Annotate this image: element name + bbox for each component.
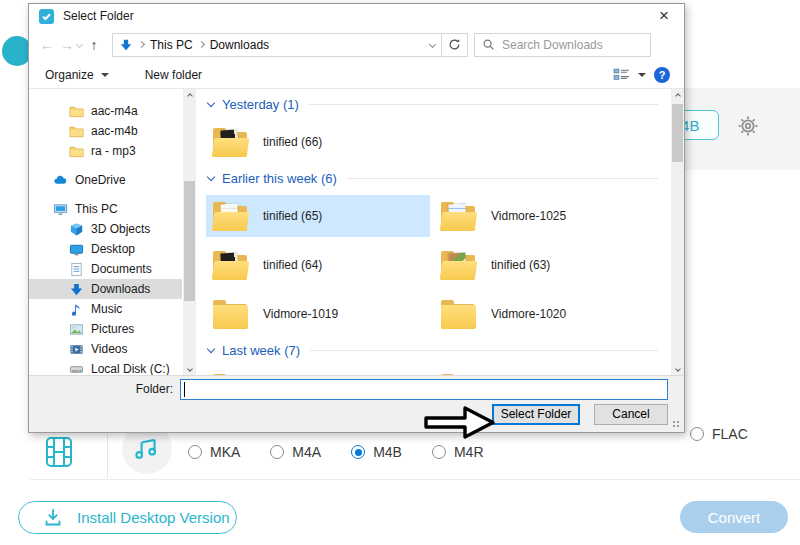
history-chevron-icon[interactable] [76,41,83,48]
folder-icon [212,298,250,331]
folder-name-input[interactable] [180,379,668,400]
group-divider [309,104,658,105]
radio-label: MKA [210,444,240,460]
install-desktop-version-button[interactable]: Install Desktop Version [18,501,237,534]
search-box [474,33,651,57]
help-icon[interactable]: ? [654,67,670,83]
sidebar-item-label: Pictures [91,322,134,336]
radio-m4b[interactable]: M4B [351,444,402,460]
view-dropdown-icon[interactable] [638,73,646,77]
folder-icon [69,124,84,139]
radio-flac[interactable]: FLAC [690,426,748,442]
address-dropdown-icon[interactable] [429,41,436,48]
file-item-label: tinified (64) [263,258,322,272]
file-item-tinified-65[interactable]: tinified (65) [206,195,430,237]
breadcrumb-downloads[interactable]: Downloads [210,38,269,52]
cloud-icon [53,173,68,188]
group-title: Earlier this week (6) [222,171,337,186]
file-item-tinified-64[interactable]: tinified (64) [206,244,430,286]
file-item-label: tinified (66) [263,135,322,149]
dialog-navbar: ← → ↑ This PC Downloads [29,28,684,61]
resize-grip[interactable] [673,421,681,429]
sidebar-item-label: Local Disk (C:) [91,362,170,375]
sidebar-item-documents[interactable]: Documents [29,259,182,279]
radio-m4a[interactable]: M4A [270,444,321,460]
search-input[interactable] [502,38,643,52]
video-icon [69,342,84,357]
scrollbar-thumb[interactable] [184,181,195,301]
file-group: Earlier this week (6)tinified (65)Vidmor… [206,171,658,335]
up-icon[interactable]: ↑ [84,37,104,53]
sidebar-item-aac-m4b[interactable]: aac-m4b [29,121,182,141]
file-list-groups: Yesterday (1)tinified (66)Earlier this w… [206,97,658,375]
sidebar-item-music[interactable]: Music [29,299,182,319]
folder-icon [212,200,250,233]
sidebar-item-label: OneDrive [75,173,126,187]
sidebar-item-onedrive[interactable]: OneDrive [29,170,182,190]
cancel-button[interactable]: Cancel [594,404,668,425]
scrollbar-thumb[interactable] [672,104,683,162]
group-header[interactable]: Yesterday (1) [208,97,658,112]
sidebar-scrollbar[interactable] [183,89,196,375]
sidebar-item-downloads[interactable]: Downloads [29,279,182,299]
sidebar-item-label: aac-m4a [91,104,138,118]
radio-circle-icon [270,445,284,459]
sidebar-item-local-disk-c[interactable]: Local Disk (C:) [29,359,182,375]
gear-icon[interactable] [735,113,761,143]
sidebar-item-label: Videos [91,342,127,356]
chevron-right-icon [138,41,145,48]
radio-m4r[interactable]: M4R [432,444,484,460]
file-item-vidmore-1020[interactable]: Vidmore-1020 [434,293,658,335]
scroll-down-icon[interactable] [671,362,684,375]
scroll-up-icon[interactable] [183,89,196,102]
file-item-tinified-66[interactable]: tinified (66) [206,121,430,163]
convert-button[interactable]: Convert [680,501,788,533]
navigation-pane: aac-m4aaac-m4bra - mp3OneDriveThis PC3D … [29,89,196,375]
file-list-scrollbar[interactable] [671,89,684,375]
divider [30,479,800,480]
select-folder-button[interactable]: Select Folder [492,404,580,425]
view-mode-icon[interactable] [613,67,630,82]
music-notes-icon [133,436,161,462]
group-header[interactable]: Earlier this week (6) [208,171,658,186]
sidebar-item-label: Downloads [91,282,150,296]
group-header[interactable]: Last week (7) [208,343,658,358]
radio-circle-icon [351,445,365,459]
sidebar-item-3d-objects[interactable]: 3D Objects [29,219,182,239]
sidebar-item-label: Documents [91,262,152,276]
select-folder-dialog: Select Folder × ← → ↑ This PC Downloads [28,3,685,433]
scroll-down-icon[interactable] [183,362,196,375]
sidebar-item-videos[interactable]: Videos [29,339,182,359]
file-item-vidmore-1025[interactable]: Vidmore-1025 [434,195,658,237]
breadcrumb-this-pc[interactable]: This PC [150,38,193,52]
file-item-tinified-63[interactable]: tinified (63) [434,244,658,286]
folder-icon [212,372,250,376]
sidebar-item-desktop[interactable]: Desktop [29,239,182,259]
file-item-label: Vidmore-1020 [491,307,566,321]
organize-menu[interactable]: Organize [45,68,109,82]
downloads-address-icon [119,38,133,52]
new-folder-button[interactable]: New folder [145,68,202,82]
folder-icon [69,144,84,159]
scroll-up-icon[interactable] [671,89,684,102]
radio-mka[interactable]: MKA [188,444,240,460]
sidebar-item-pictures[interactable]: Pictures [29,319,182,339]
radio-label: M4A [292,444,321,460]
file-item-tinified-62[interactable]: tinified (62) [206,367,430,375]
sidebar-tree: aac-m4aaac-m4bra - mp3OneDriveThis PC3D … [29,101,182,375]
refresh-button[interactable] [442,33,468,57]
sidebar-item-ra-mp3[interactable]: ra - mp3 [29,141,182,161]
sidebar-item-this-pc[interactable]: This PC [29,199,182,219]
radio-label: FLAC [712,426,748,442]
close-icon[interactable]: × [652,5,676,27]
file-item-vidmore-1019[interactable]: Vidmore-1019 [206,293,430,335]
annotation-arrow [422,402,498,444]
address-bar[interactable]: This PC Downloads [112,33,442,57]
divider [107,434,108,478]
sidebar-item-aac-m4a[interactable]: aac-m4a [29,101,182,121]
file-group: Yesterday (1)tinified (66) [206,97,658,163]
radio-circle-icon [432,445,446,459]
forward-icon[interactable]: → [57,37,77,53]
back-icon[interactable]: ← [37,37,57,53]
file-item-tinified-60[interactable]: tinified (60) [434,367,658,375]
